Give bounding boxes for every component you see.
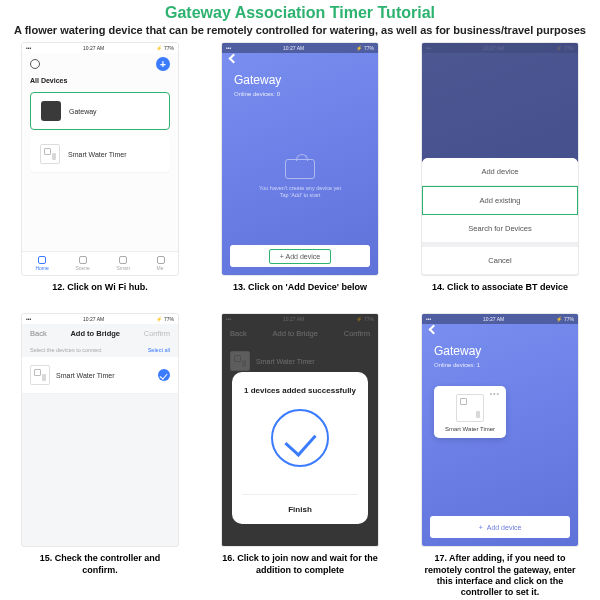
screen-17: •••10:27 AM ⚡77% Gateway Online devices:… [421, 313, 579, 547]
caption-13: 13. Click on 'Add Device' below [233, 282, 367, 293]
caption-12: 12. Click on Wi Fi hub. [52, 282, 147, 293]
success-modal: 1 devices added successfully Finish [232, 372, 368, 524]
back-button[interactable]: Back [30, 329, 47, 338]
smart-timer-item[interactable]: Smart Water Timer [30, 136, 170, 172]
screen-12: •••10:27 AM ⚡77% + All Devices Gateway S… [21, 42, 179, 276]
gateway-card[interactable]: Gateway [30, 92, 170, 130]
back-icon[interactable] [429, 325, 439, 335]
page-subtitle: A flower watering device that can be rem… [0, 24, 600, 42]
add-button[interactable]: + [156, 57, 170, 71]
gateway-title: Gateway [434, 344, 481, 358]
device-card[interactable]: ••• Smart Water Timer [434, 386, 506, 438]
step-15: •••10:27 AM ⚡77% Back Add to Bridge Conf… [14, 313, 186, 598]
all-devices-tab[interactable]: All Devices [22, 75, 178, 86]
bottom-tabs: Home Scene Smart Me [22, 251, 178, 275]
timer-icon [456, 394, 484, 422]
gateway-title: Gateway [234, 73, 281, 87]
back-icon[interactable] [229, 54, 239, 64]
status-bar: •••10:27 AM ⚡77% [222, 43, 378, 53]
sheet-add-existing[interactable]: Add existing [422, 186, 578, 215]
smart-timer-label: Smart Water Timer [68, 151, 126, 158]
caption-16: 16. Click to join now and wait for the a… [221, 553, 379, 576]
sheet-search[interactable]: Search for Devices [422, 215, 578, 243]
tab-scene[interactable]: Scene [76, 256, 90, 271]
page-title: Gateway Association Timer Tutorial [0, 0, 600, 24]
add-device-bar[interactable]: + Add device [230, 245, 370, 267]
action-sheet: Add device Add existing Search for Devic… [422, 158, 578, 275]
caption-15: 15. Check the controller and confirm. [21, 553, 179, 576]
empty-text: You haven't create any device yetTap 'Ad… [222, 185, 378, 199]
screen-14: •••10:27 AM ⚡77% Add device Add existing… [421, 42, 579, 276]
hint-text: Select the devices to connect [30, 347, 102, 353]
status-bar: •••10:27 AM ⚡77% [22, 43, 178, 53]
step-12: •••10:27 AM ⚡77% + All Devices Gateway S… [14, 42, 186, 293]
modal-title: 1 devices added successfully [244, 386, 356, 395]
check-icon[interactable] [158, 369, 170, 381]
success-check-icon [271, 409, 329, 467]
add-device-bar[interactable]: + Add device [430, 516, 570, 538]
screen-13: •••10:27 AM ⚡77% Gateway Online devices:… [221, 42, 379, 276]
gateway-label: Gateway [69, 108, 97, 115]
sheet-cancel[interactable]: Cancel [422, 247, 578, 275]
gateway-subtitle: Online devices: 0 [234, 91, 280, 97]
timer-icon [40, 144, 60, 164]
confirm-button[interactable]: Confirm [144, 329, 170, 338]
step-17: •••10:27 AM ⚡77% Gateway Online devices:… [414, 313, 586, 598]
gateway-subtitle: Online devices: 1 [434, 362, 480, 368]
screen-16: •••10:27 AM ⚡77% Back Add to Bridge Conf… [221, 313, 379, 547]
profile-icon[interactable] [30, 59, 40, 69]
device-label: Smart Water Timer [56, 372, 114, 379]
tab-smart[interactable]: Smart [116, 256, 129, 271]
tab-home[interactable]: Home [35, 256, 48, 271]
status-bar: •••10:27 AM ⚡77% [22, 314, 178, 324]
empty-icon [285, 159, 315, 179]
status-bar: •••10:27 AM ⚡77% [422, 314, 578, 324]
tutorial-grid: •••10:27 AM ⚡77% + All Devices Gateway S… [0, 42, 600, 600]
select-all-button[interactable]: Select all [148, 347, 170, 353]
finish-button[interactable]: Finish [242, 494, 358, 524]
hub-icon [41, 101, 61, 121]
device-row[interactable]: Smart Water Timer [22, 357, 178, 394]
timer-icon [30, 365, 50, 385]
add-device-button[interactable]: + Add device [269, 249, 331, 264]
caption-17: 17. After adding, if you need to remotel… [421, 553, 579, 598]
more-icon[interactable]: ••• [490, 390, 500, 397]
sheet-add-device[interactable]: Add device [422, 158, 578, 186]
screen-15: •••10:27 AM ⚡77% Back Add to Bridge Conf… [21, 313, 179, 547]
step-14: •••10:27 AM ⚡77% Add device Add existing… [414, 42, 586, 293]
tab-me[interactable]: Me [157, 256, 165, 271]
step-13: •••10:27 AM ⚡77% Gateway Online devices:… [214, 42, 386, 293]
device-card-label: Smart Water Timer [440, 426, 500, 432]
caption-14: 14. Click to associate BT device [432, 282, 568, 293]
screen-title: Add to Bridge [70, 329, 120, 338]
step-16: •••10:27 AM ⚡77% Back Add to Bridge Conf… [214, 313, 386, 598]
